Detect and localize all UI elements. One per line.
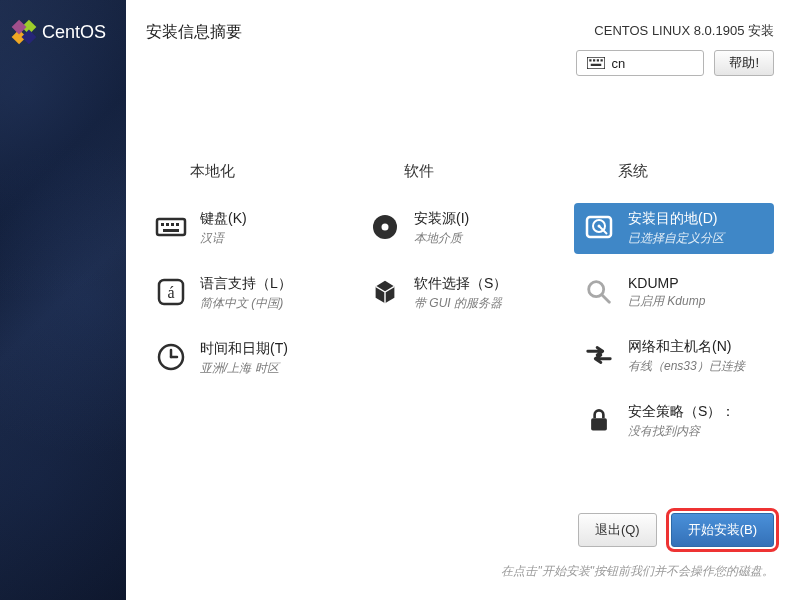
column-heading-system: 系统 <box>574 162 774 181</box>
spoke-keyboard[interactable]: 键盘(K) 汉语 <box>146 203 346 254</box>
svg-rect-8 <box>601 59 603 61</box>
spoke-sub: 本地介质 <box>414 230 469 247</box>
keyboard-icon <box>154 210 188 244</box>
harddisk-icon <box>582 210 616 244</box>
svg-line-28 <box>602 295 610 303</box>
keyboard-icon <box>587 57 605 69</box>
column-software: 软件 安装源(I) 本地介质 软件选择（S） 带 GUI 的服务器 <box>360 162 560 461</box>
quit-button[interactable]: 退出(Q) <box>578 513 657 547</box>
help-button[interactable]: 帮助! <box>714 50 774 76</box>
spoke-title: 网络和主机名(N) <box>628 338 745 356</box>
spoke-title: KDUMP <box>628 275 705 291</box>
spoke-install-destination[interactable]: 安装目的地(D) 已选择自定义分区 <box>574 203 774 254</box>
spoke-title: 软件选择（S） <box>414 275 507 293</box>
spoke-title: 安装源(I) <box>414 210 469 228</box>
spoke-datetime[interactable]: 时间和日期(T) 亚洲/上海 时区 <box>146 333 346 384</box>
svg-rect-3 <box>22 30 37 45</box>
package-icon <box>368 275 402 309</box>
keyboard-indicator-label: cn <box>611 56 625 71</box>
spoke-sub: 已选择自定义分区 <box>628 230 724 247</box>
begin-install-button[interactable]: 开始安装(B) <box>671 513 774 547</box>
spoke-software-selection[interactable]: 软件选择（S） 带 GUI 的服务器 <box>360 268 560 319</box>
column-heading-localization: 本地化 <box>146 162 346 181</box>
svg-rect-13 <box>171 223 174 226</box>
footer-hint: 在点击"开始安装"按钮前我们并不会操作您的磁盘。 <box>272 563 774 580</box>
spoke-install-source[interactable]: 安装源(I) 本地介质 <box>360 203 560 254</box>
language-icon: á <box>154 275 188 309</box>
keyboard-indicator[interactable]: cn <box>576 50 704 76</box>
brand-text: CentOS <box>42 22 106 43</box>
svg-rect-6 <box>593 59 595 61</box>
svg-rect-7 <box>597 59 599 61</box>
spoke-sub: 带 GUI 的服务器 <box>414 295 507 312</box>
svg-rect-4 <box>587 57 605 69</box>
svg-rect-10 <box>157 219 185 235</box>
main-panel: 安装信息摘要 CENTOS LINUX 8.0.1905 安装 cn 帮助! 本… <box>126 0 800 600</box>
svg-rect-12 <box>166 223 169 226</box>
spoke-sub: 有线（ens33）已连接 <box>628 358 745 375</box>
brand: CentOS <box>10 18 106 46</box>
lock-icon <box>582 403 616 437</box>
sidebar-branding: CentOS <box>0 0 126 600</box>
centos-logo-icon <box>10 18 38 46</box>
search-icon <box>582 275 616 309</box>
svg-text:á: á <box>167 284 174 301</box>
spoke-language[interactable]: á 语言支持（L） 简体中文 (中国) <box>146 268 346 319</box>
svg-rect-5 <box>590 59 592 61</box>
spoke-sub: 已启用 Kdump <box>628 293 705 310</box>
spoke-title: 键盘(K) <box>200 210 247 228</box>
column-localization: 本地化 键盘(K) 汉语 á 语言支持（L） 简体中文 (中国) <box>146 162 346 461</box>
spoke-network[interactable]: 网络和主机名(N) 有线（ens33）已连接 <box>574 331 774 382</box>
svg-rect-14 <box>176 223 179 226</box>
svg-rect-15 <box>163 229 179 232</box>
network-icon <box>582 338 616 372</box>
clock-icon <box>154 340 188 374</box>
spoke-sub: 亚洲/上海 时区 <box>200 360 288 377</box>
spoke-title: 时间和日期(T) <box>200 340 288 358</box>
spoke-sub: 简体中文 (中国) <box>200 295 292 312</box>
svg-rect-2 <box>12 20 27 35</box>
disc-icon <box>368 210 402 244</box>
column-heading-software: 软件 <box>360 162 560 181</box>
svg-point-22 <box>382 224 389 231</box>
spoke-title: 安装目的地(D) <box>628 210 724 228</box>
version-label: CENTOS LINUX 8.0.1905 安装 <box>576 22 774 40</box>
spoke-kdump[interactable]: KDUMP 已启用 Kdump <box>574 268 774 317</box>
spoke-security-policy[interactable]: 安全策略（S）： 没有找到内容 <box>574 396 774 447</box>
svg-rect-9 <box>591 64 602 66</box>
spoke-sub: 汉语 <box>200 230 247 247</box>
spoke-sub: 没有找到内容 <box>628 423 735 440</box>
column-system: 系统 安装目的地(D) 已选择自定义分区 KDUMP 已启用 Kdump <box>574 162 774 461</box>
svg-rect-11 <box>161 223 164 226</box>
spoke-title: 语言支持（L） <box>200 275 292 293</box>
svg-rect-29 <box>591 418 607 430</box>
spoke-title: 安全策略（S）： <box>628 403 735 421</box>
page-title: 安装信息摘要 <box>146 22 242 43</box>
